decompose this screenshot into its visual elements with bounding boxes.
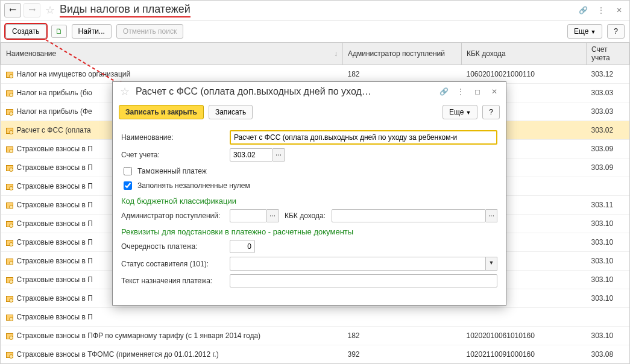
row-icon <box>6 201 14 209</box>
dialog-star-icon[interactable]: ☆ <box>120 85 130 98</box>
create-button[interactable]: Создать <box>5 24 46 39</box>
label-kbk: КБК дохода: <box>285 212 326 220</box>
section-payment: Реквизиты для подстановки в платежно - р… <box>121 227 497 236</box>
label-order: Очередность платежа: <box>121 242 224 251</box>
row-icon <box>6 275 14 284</box>
table-row[interactable]: Налог на имущество организаций1821060201… <box>1 65 629 84</box>
label-name: Наименование: <box>121 133 224 142</box>
close-window-icon[interactable]: ✕ <box>613 4 626 16</box>
edit-dialog: ☆ Расчет с ФСС (оплата доп.выходных дней… <box>112 81 506 306</box>
menu-dots-icon[interactable]: ⋮ <box>594 4 608 16</box>
row-icon <box>6 107 14 116</box>
help-button[interactable]: ? <box>607 24 625 39</box>
row-icon <box>6 126 14 134</box>
nav-back-button[interactable]: 🠔 <box>4 3 21 17</box>
table-row[interactable]: Страховые взносы в ТФОМС (применяется до… <box>1 345 629 364</box>
customs-checkbox[interactable]: Таможенный платеж <box>121 165 497 177</box>
label-purpose: Текст назначения платежа: <box>121 277 224 285</box>
label-account: Счет учета: <box>121 151 224 159</box>
favorite-star-icon[interactable]: ☆ <box>45 4 55 17</box>
row-icon <box>6 163 14 172</box>
save-close-button[interactable]: Записать и закрыть <box>119 105 204 119</box>
section-kbk: Код бюджетной классификации <box>121 196 497 206</box>
row-icon <box>6 350 14 359</box>
row-icon <box>6 294 14 303</box>
col-name[interactable]: Наименование↓ <box>1 43 343 65</box>
status-input[interactable] <box>230 257 485 271</box>
page-title: Виды налогов и платежей <box>60 3 191 17</box>
dialog-title: Расчет с ФСС (оплата доп.выходных дней п… <box>136 86 433 97</box>
label-status: Статус составителя (101): <box>121 260 224 268</box>
kbk-input[interactable] <box>332 209 486 222</box>
purpose-input[interactable] <box>230 274 497 287</box>
main-toolbar: Создать 🗋 Найти... Отменить поиск Еще▼ ? <box>1 20 629 42</box>
row-icon <box>6 219 14 228</box>
col-account[interactable]: Счет учета <box>587 43 629 65</box>
status-dropdown-button[interactable]: ▼ <box>485 257 497 271</box>
fillzero-checkbox[interactable]: Заполнять незаполненные нулем <box>121 180 497 192</box>
table-row[interactable]: Страховые взносы в ПФР по суммарному тар… <box>1 327 629 345</box>
row-icon <box>6 313 14 321</box>
link-icon[interactable]: 🔗 <box>576 4 590 16</box>
more-button[interactable]: Еще▼ <box>567 24 602 39</box>
admin-select-button[interactable]: ... <box>267 209 279 222</box>
refresh-button[interactable]: 🗋 <box>51 25 67 38</box>
col-admin[interactable]: Администратор поступлений <box>343 43 462 65</box>
account-select-button[interactable]: ... <box>273 148 285 162</box>
row-icon <box>6 89 14 97</box>
row-icon <box>6 182 14 190</box>
kbk-select-button[interactable]: ... <box>486 209 497 222</box>
order-input[interactable] <box>230 240 255 253</box>
admin-input[interactable] <box>230 209 267 222</box>
row-icon <box>6 145 14 153</box>
name-input[interactable] <box>230 130 497 145</box>
find-button[interactable]: Найти... <box>72 24 112 39</box>
row-icon <box>6 331 14 340</box>
dialog-menu-icon[interactable]: ⋮ <box>454 86 467 98</box>
account-input[interactable] <box>230 148 273 162</box>
row-icon <box>6 257 14 265</box>
row-icon <box>6 238 14 246</box>
dialog-close-icon[interactable]: ✕ <box>488 86 501 98</box>
save-button[interactable]: Записать <box>209 105 253 119</box>
table-row[interactable]: Страховые взносы в П <box>1 308 629 327</box>
col-kbk[interactable]: КБК дохода <box>462 43 587 65</box>
row-icon <box>6 70 14 78</box>
label-admin: Администратор поступлений: <box>121 212 224 220</box>
window-header: 🠔 🠖 ☆ Виды налогов и платежей 🔗 ⋮ ✕ <box>1 1 629 20</box>
dialog-link-icon[interactable]: 🔗 <box>437 86 450 98</box>
cancel-find-button: Отменить поиск <box>116 24 183 39</box>
dialog-maximize-icon[interactable]: ◻ <box>471 86 484 98</box>
dialog-more-button[interactable]: Еще▼ <box>443 105 477 119</box>
dialog-help-button[interactable]: ? <box>482 105 500 119</box>
nav-forward-button[interactable]: 🠖 <box>24 3 40 17</box>
